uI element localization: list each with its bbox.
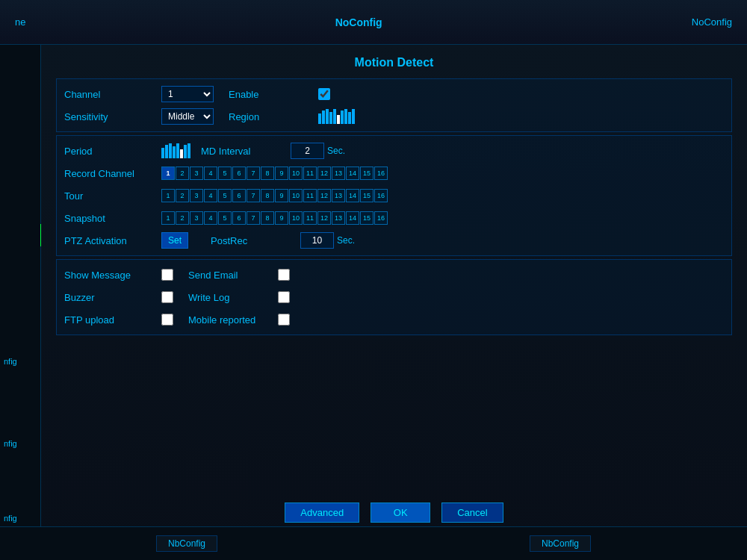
bottom-bar: NbConfig NbConfig bbox=[0, 526, 747, 560]
send-email-checkbox[interactable] bbox=[278, 269, 290, 281]
pb-set bbox=[180, 149, 183, 158]
snap-ch-16[interactable]: 16 bbox=[374, 211, 388, 225]
top-bar-right-label: NoConfig bbox=[692, 16, 732, 28]
tour-ch-15[interactable]: 15 bbox=[360, 189, 374, 202]
region-bar-1 bbox=[318, 113, 321, 124]
snap-ch-13[interactable]: 13 bbox=[332, 211, 345, 225]
main-content: Motion Detect Channel 1 2 3 4 Enable Sen… bbox=[41, 45, 747, 560]
pb6 bbox=[184, 145, 187, 158]
period-control: MD Interval Sec. bbox=[161, 143, 724, 159]
send-email-label: Send Email bbox=[188, 270, 278, 281]
advanced-button[interactable]: Advanced bbox=[285, 503, 359, 523]
ch-box-2[interactable]: 2 bbox=[176, 167, 189, 180]
ch-box-16[interactable]: 16 bbox=[374, 167, 388, 180]
ch-box-15[interactable]: 15 bbox=[360, 167, 374, 180]
ftp-row: FTP upload Mobile reported bbox=[64, 311, 724, 329]
snap-ch-12[interactable]: 12 bbox=[317, 211, 331, 225]
tour-label: Tour bbox=[64, 190, 161, 202]
record-channel-row: Record Channel 1 2 3 4 5 6 7 8 9 10 11 1… bbox=[64, 164, 724, 182]
ch-box-9[interactable]: 9 bbox=[275, 167, 288, 180]
dialog-title: Motion Detect bbox=[56, 56, 732, 69]
region-bar-7 bbox=[344, 109, 347, 124]
write-log-checkbox[interactable] bbox=[278, 291, 290, 303]
tour-ch-2[interactable]: 2 bbox=[176, 189, 189, 202]
ptz-label: PTZ Activation bbox=[64, 235, 161, 246]
region-bar-6 bbox=[341, 111, 344, 124]
ftp-checkbox[interactable] bbox=[161, 314, 173, 326]
snap-ch-4[interactable]: 4 bbox=[204, 211, 217, 225]
tour-ch-16[interactable]: 16 bbox=[374, 189, 388, 202]
tour-ch-3[interactable]: 3 bbox=[190, 189, 203, 202]
ch-box-3[interactable]: 3 bbox=[190, 167, 203, 180]
tour-ch-1[interactable]: 1 bbox=[161, 189, 175, 202]
ch-box-13[interactable]: 13 bbox=[332, 167, 345, 180]
buzzer-control: Write Log bbox=[161, 291, 724, 303]
buzzer-row: Buzzer Write Log bbox=[64, 288, 724, 306]
ftp-upload-label: FTP upload bbox=[64, 314, 161, 326]
tour-ch-13[interactable]: 13 bbox=[332, 189, 345, 202]
tour-ch-14[interactable]: 14 bbox=[346, 189, 359, 202]
tour-ch-7[interactable]: 7 bbox=[247, 189, 260, 202]
tour-ch-4[interactable]: 4 bbox=[204, 189, 217, 202]
ch-box-7[interactable]: 7 bbox=[247, 167, 260, 180]
snap-ch-9[interactable]: 9 bbox=[275, 211, 288, 225]
snap-ch-3[interactable]: 3 bbox=[190, 211, 203, 225]
md-interval-input[interactable] bbox=[291, 143, 324, 159]
sensitivity-row: Sensitivity Low Middle High Region bbox=[64, 108, 724, 125]
tour-ch-11[interactable]: 11 bbox=[303, 189, 317, 202]
sidebar-label-2: nfig bbox=[4, 439, 17, 448]
snap-ch-2[interactable]: 2 bbox=[176, 211, 189, 225]
snap-ch-11[interactable]: 11 bbox=[303, 211, 317, 225]
show-message-checkbox[interactable] bbox=[161, 269, 173, 281]
ch-box-6[interactable]: 6 bbox=[232, 167, 246, 180]
ch-box-12[interactable]: 12 bbox=[317, 167, 331, 180]
tour-ch-5[interactable]: 5 bbox=[218, 189, 232, 202]
region-bar-8 bbox=[348, 112, 351, 124]
channel-label: Channel bbox=[64, 89, 161, 100]
ch-box-1[interactable]: 1 bbox=[161, 167, 175, 180]
region-bar-set bbox=[337, 115, 340, 124]
sensitivity-select[interactable]: Low Middle High bbox=[161, 108, 214, 125]
ch-box-14[interactable]: 14 bbox=[346, 167, 359, 180]
snap-ch-1[interactable]: 1 bbox=[161, 211, 175, 225]
ch-box-5[interactable]: 5 bbox=[218, 167, 232, 180]
sensitivity-label: Sensitivity bbox=[64, 111, 161, 122]
snap-ch-5[interactable]: 5 bbox=[218, 211, 232, 225]
section-channel: Channel 1 2 3 4 Enable Sensitivity Low M… bbox=[56, 78, 732, 132]
ok-button[interactable]: OK bbox=[371, 503, 430, 523]
region-bar-5 bbox=[333, 109, 336, 124]
tour-ch-6[interactable]: 6 bbox=[232, 189, 246, 202]
tour-ch-12[interactable]: 12 bbox=[317, 189, 331, 202]
postrec-label: PostRec bbox=[211, 235, 300, 246]
tour-ch-8[interactable]: 8 bbox=[261, 189, 274, 202]
tour-ch-10[interactable]: 10 bbox=[289, 189, 303, 202]
ch-box-11[interactable]: 11 bbox=[303, 167, 317, 180]
mobile-reported-checkbox[interactable] bbox=[278, 314, 290, 326]
channel-select[interactable]: 1 2 3 4 bbox=[161, 86, 214, 102]
sidebar-label-1: nfig bbox=[4, 357, 17, 366]
snapshot-label: Snapshot bbox=[64, 213, 161, 224]
snap-ch-7[interactable]: 7 bbox=[247, 211, 260, 225]
ch-box-4[interactable]: 4 bbox=[204, 167, 217, 180]
ch-box-10[interactable]: 10 bbox=[289, 167, 303, 180]
pb2 bbox=[165, 145, 168, 158]
postrec-unit: Sec. bbox=[337, 235, 355, 246]
ptz-set-button[interactable]: Set bbox=[161, 232, 188, 249]
pb5 bbox=[176, 143, 179, 158]
cancel-button[interactable]: Cancel bbox=[441, 503, 503, 523]
snap-ch-6[interactable]: 6 bbox=[232, 211, 246, 225]
ftp-control: Mobile reported bbox=[161, 314, 724, 326]
tour-ch-9[interactable]: 9 bbox=[275, 189, 288, 202]
enable-label: Enable bbox=[229, 89, 318, 100]
ch-box-8[interactable]: 8 bbox=[261, 167, 274, 180]
snap-ch-10[interactable]: 10 bbox=[289, 211, 303, 225]
write-log-label: Write Log bbox=[188, 292, 278, 303]
top-bar-left-label: ne bbox=[15, 16, 25, 28]
enable-checkbox[interactable] bbox=[318, 88, 330, 100]
buzzer-checkbox[interactable] bbox=[161, 291, 173, 303]
postrec-input[interactable] bbox=[300, 232, 334, 249]
snap-ch-14[interactable]: 14 bbox=[346, 211, 359, 225]
snap-ch-8[interactable]: 8 bbox=[261, 211, 274, 225]
sidebar-left: nfig nfig nfig bbox=[0, 45, 41, 560]
snap-ch-15[interactable]: 15 bbox=[360, 211, 374, 225]
